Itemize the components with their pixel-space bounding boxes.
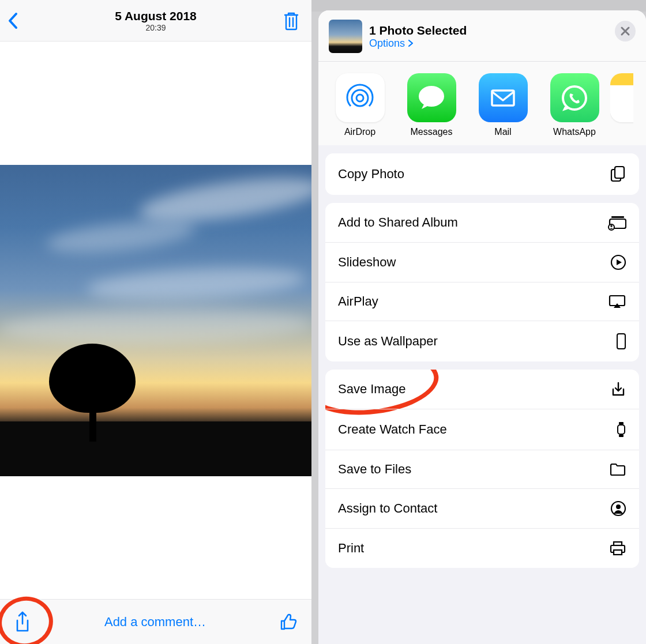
action-label: Assign to Contact <box>338 501 437 516</box>
share-sheet-header: 1 Photo Selected Options <box>318 10 646 62</box>
action-print[interactable]: Print <box>325 528 639 568</box>
app-mail[interactable]: Mail <box>467 73 539 137</box>
app-label: WhatsApp <box>539 127 610 137</box>
svg-rect-13 <box>617 334 625 349</box>
thumbs-up-icon <box>279 613 298 631</box>
svg-rect-16 <box>619 435 624 437</box>
close-icon <box>620 26 630 36</box>
bottom-bar: Add a comment… <box>0 599 311 644</box>
phone-icon <box>616 333 626 350</box>
share-sheet-pane: 1 Photo Selected Options <box>311 0 646 644</box>
header-date: 5 August 2018 <box>115 9 197 23</box>
action-save-to-files[interactable]: Save to Files <box>325 450 639 488</box>
chevron-right-icon <box>407 39 414 47</box>
action-label: Print <box>338 541 364 556</box>
messages-icon <box>407 73 456 122</box>
action-use-as-wallpaper[interactable]: Use as Wallpaper <box>325 321 639 361</box>
chevron-left-icon <box>7 12 18 30</box>
svg-point-1 <box>352 90 368 106</box>
action-label: Use as Wallpaper <box>338 334 438 349</box>
contact-icon <box>610 500 626 517</box>
header: 5 August 2018 20:39 <box>0 0 311 42</box>
action-create-watch-face[interactable]: Create Watch Face <box>325 409 639 450</box>
svg-rect-15 <box>619 422 624 424</box>
app-whatsapp[interactable]: WhatsApp <box>539 73 610 137</box>
share-apps-row[interactable]: AirDrop Messages Mail <box>318 62 646 145</box>
like-button[interactable] <box>279 613 298 631</box>
photo-area[interactable] <box>0 42 311 599</box>
trash-button[interactable] <box>283 11 300 31</box>
print-icon <box>609 540 626 556</box>
back-button[interactable] <box>7 12 18 30</box>
action-group: Add to Shared Album Slideshow AirPlay <box>325 203 639 361</box>
action-label: Copy Photo <box>338 167 404 182</box>
svg-rect-6 <box>615 167 624 178</box>
add-comment-link[interactable]: Add a comment… <box>104 615 206 630</box>
action-label: AirPlay <box>338 294 378 309</box>
shared-album-icon <box>607 214 626 231</box>
action-label: Create Watch Face <box>338 422 447 437</box>
app-label: AirDrop <box>324 127 396 137</box>
action-copy-photo[interactable]: Copy Photo <box>325 153 639 195</box>
app-airdrop[interactable]: AirDrop <box>324 73 396 137</box>
airdrop-icon <box>336 73 385 122</box>
close-button[interactable] <box>615 21 636 42</box>
photo-image <box>0 165 311 476</box>
app-messages[interactable]: Messages <box>396 73 467 137</box>
action-label: Save Image <box>338 382 405 397</box>
background-header <box>311 0 646 12</box>
action-label: Add to Shared Album <box>338 215 458 230</box>
svg-point-18 <box>616 504 621 509</box>
header-title: 5 August 2018 20:39 <box>115 9 197 32</box>
download-icon <box>610 381 626 397</box>
action-group: Save Image Create Watch Face Save to Fil… <box>325 370 639 568</box>
action-label: Slideshow <box>338 255 396 270</box>
watch-icon <box>616 421 626 438</box>
svg-rect-3 <box>492 91 514 106</box>
share-sheet: 1 Photo Selected Options <box>318 10 646 644</box>
copy-icon <box>609 165 626 183</box>
whatsapp-icon <box>550 73 599 122</box>
action-label: Save to Files <box>338 462 411 477</box>
mail-icon <box>479 73 528 122</box>
svg-rect-7 <box>611 216 624 218</box>
action-airplay[interactable]: AirPlay <box>325 282 639 321</box>
share-icon <box>14 611 31 633</box>
svg-point-4 <box>563 86 586 110</box>
options-link[interactable]: Options <box>369 37 414 50</box>
app-label: Mail <box>467 127 539 137</box>
app-label: Messages <box>396 127 467 137</box>
svg-point-2 <box>419 86 444 107</box>
action-assign-to-contact[interactable]: Assign to Contact <box>325 488 639 528</box>
svg-point-0 <box>356 95 363 101</box>
share-button[interactable] <box>14 611 31 633</box>
photo-thumbnail <box>329 20 362 53</box>
photo-viewer: 5 August 2018 20:39 Add a co <box>0 0 311 644</box>
svg-rect-21 <box>614 550 622 555</box>
action-slideshow[interactable]: Slideshow <box>325 242 639 282</box>
options-label: Options <box>369 37 405 50</box>
action-save-image[interactable]: Save Image <box>325 370 639 409</box>
play-circle-icon <box>610 254 626 270</box>
action-group: Copy Photo <box>325 153 639 195</box>
app-notes[interactable] <box>610 73 633 137</box>
selection-count: 1 Photo Selected <box>369 24 467 37</box>
notes-icon <box>610 73 633 122</box>
airplay-icon <box>608 294 626 309</box>
header-time: 20:39 <box>115 23 197 32</box>
folder-icon <box>609 462 626 476</box>
action-add-to-shared-album[interactable]: Add to Shared Album <box>325 203 639 242</box>
trash-icon <box>283 11 300 31</box>
svg-rect-14 <box>618 425 625 434</box>
share-actions: Copy Photo Add to Shared Album Slideshow <box>318 145 646 644</box>
svg-point-10 <box>610 225 613 227</box>
